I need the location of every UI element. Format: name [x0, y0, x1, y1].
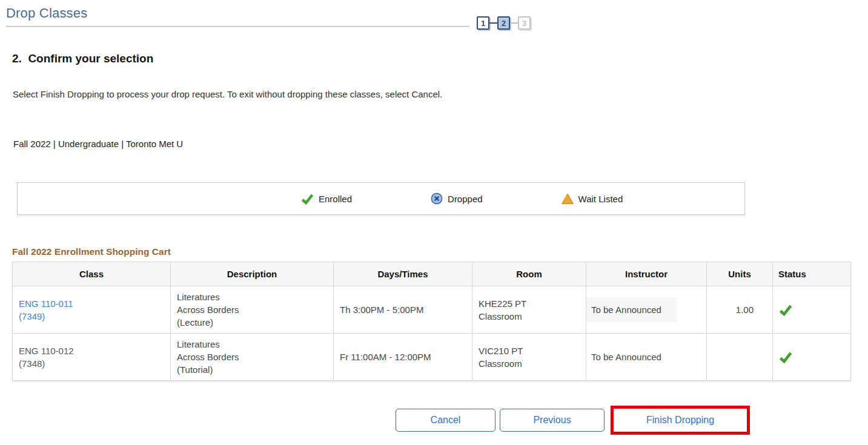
page-header: Drop Classes — [0, 0, 868, 27]
title-divider — [6, 26, 469, 27]
dropped-circle-x-icon — [431, 193, 443, 205]
status-cell — [773, 286, 851, 334]
step-connector-1-2 — [489, 22, 497, 24]
instructor-text: To be Announced — [586, 352, 661, 362]
waitlist-warning-triangle-icon — [562, 193, 574, 205]
days-times-text: Fr 11:00AM - 12:00PM — [340, 352, 431, 362]
instructor-cell: To be Announced — [586, 334, 707, 381]
enrolled-check-icon — [779, 351, 850, 363]
previous-button[interactable]: Previous — [500, 409, 605, 432]
section-heading: 2. Confirm your selection — [12, 52, 868, 65]
room-text: VIC210 PT Classroom — [479, 346, 523, 369]
table-row: ENG 110-011 (7349) Literatures Across Bo… — [13, 286, 851, 334]
page-title: Drop Classes — [6, 5, 868, 21]
days-times-cell: Th 3:00PM - 5:00PM — [334, 286, 472, 334]
days-times-text: Th 3:00PM - 5:00PM — [340, 305, 423, 315]
status-cell — [773, 334, 851, 381]
legend-item-enrolled: Enrolled — [301, 193, 352, 205]
shopping-cart-table: Class Description Days/Times Room Instru… — [12, 262, 851, 381]
days-times-cell: Fr 11:00AM - 12:00PM — [334, 334, 472, 381]
column-header-units: Units — [707, 262, 773, 286]
step-connector-2-3 — [510, 22, 518, 24]
step-2-box-active: 2 — [497, 16, 510, 30]
shopping-cart-title: Fall 2022 Enrollment Shopping Cart — [12, 246, 868, 257]
class-cell: ENG 110-012 (7348) — [13, 334, 171, 381]
column-header-room: Room — [472, 262, 586, 286]
column-header-description: Description — [171, 262, 334, 286]
legend-label: Dropped — [448, 194, 483, 204]
column-header-class: Class — [13, 262, 171, 286]
class-code-text: ENG 110-012 (7348) — [19, 346, 74, 369]
description-cell: Literatures Across Borders (Lecture) — [171, 286, 334, 334]
description-cell: Literatures Across Borders (Tutorial) — [171, 334, 334, 381]
column-header-instructor: Instructor — [586, 262, 707, 286]
class-cell: ENG 110-011 (7349) — [13, 286, 171, 334]
room-cell: KHE225 PT Classroom — [472, 286, 586, 334]
room-text: KHE225 PT Classroom — [479, 298, 526, 321]
units-cell — [707, 334, 773, 381]
term-info: Fall 2022 | Undergraduate | Toronto Met … — [13, 139, 868, 149]
step-indicator: 1 2 3 — [477, 16, 531, 30]
cancel-button[interactable]: Cancel — [396, 409, 495, 432]
instructor-readonly-field: To be Announced — [586, 297, 677, 322]
finish-dropping-button[interactable]: Finish Dropping — [614, 409, 747, 432]
legend-label: Wait Listed — [578, 194, 623, 204]
class-link[interactable]: ENG 110-011 (7349) — [19, 298, 73, 321]
legend-label: Enrolled — [319, 194, 352, 204]
table-row: ENG 110-012 (7348) Literatures Across Bo… — [13, 334, 851, 381]
red-annotation-highlight: Finish Dropping — [611, 406, 750, 435]
legend-item-dropped: Dropped — [431, 193, 483, 205]
instruction-text: Select Finish Dropping to process your d… — [13, 89, 868, 99]
status-legend: Enrolled Dropped Wait Listed — [17, 182, 745, 215]
step-3-box: 3 — [518, 16, 531, 30]
table-header-row: Class Description Days/Times Room Instru… — [13, 262, 851, 286]
description-text: Literatures Across Borders (Tutorial) — [177, 339, 239, 375]
action-button-row: Cancel Previous Finish Dropping — [0, 406, 868, 435]
column-header-status: Status — [773, 262, 851, 286]
legend-item-waitlisted: Wait Listed — [562, 193, 623, 205]
units-cell: 1.00 — [707, 286, 773, 334]
column-header-days-times: Days/Times — [334, 262, 472, 286]
instructor-cell: To be Announced — [586, 286, 707, 334]
step-1-box: 1 — [477, 16, 489, 30]
room-cell: VIC210 PT Classroom — [472, 334, 586, 381]
enrolled-check-icon — [779, 304, 850, 316]
enrolled-check-icon — [301, 193, 314, 205]
description-text: Literatures Across Borders (Lecture) — [177, 292, 239, 328]
